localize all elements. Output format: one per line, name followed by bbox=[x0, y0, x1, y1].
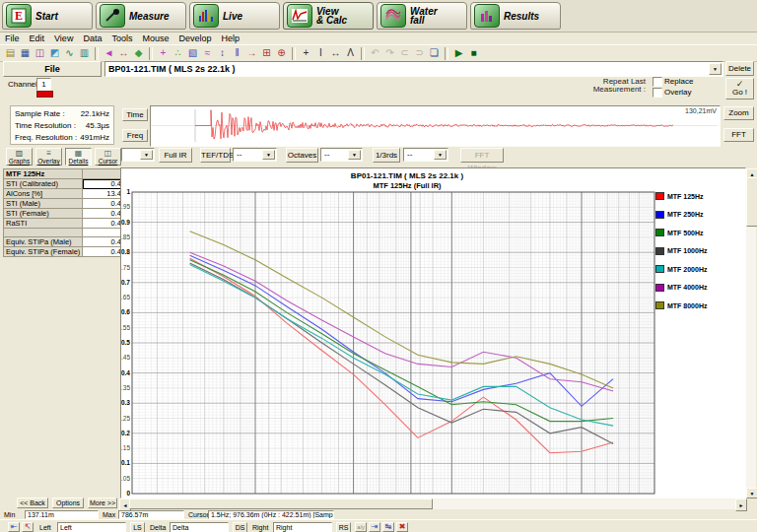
mtf-chart[interactable]: 00.050.10.150.20.250.30.350.40.450.50.55… bbox=[121, 168, 745, 498]
delete-marker-icon[interactable]: ✖ bbox=[396, 522, 408, 532]
octaves-combobox[interactable]: -- ▼ bbox=[320, 148, 363, 162]
goto-peak-icon[interactable]: ↸ bbox=[22, 522, 34, 532]
octaves-button[interactable]: Octaves bbox=[286, 148, 318, 163]
crosshair-icon[interactable]: + bbox=[156, 46, 171, 60]
scroll-right-icon[interactable]: ► bbox=[735, 499, 747, 511]
app-tab-bar: EStartMeasureLiveView& CalcWaterfallResu… bbox=[0, 0, 757, 33]
marker-left-icon[interactable]: ◄ bbox=[102, 46, 116, 60]
delete-button[interactable]: Delete bbox=[725, 61, 754, 76]
vertical-markers-icon[interactable]: ↕ bbox=[215, 46, 230, 60]
delta-marker-input[interactable]: Delta bbox=[170, 522, 229, 532]
svg-text:0.35: 0.35 bbox=[121, 384, 130, 391]
copy-graph-icon[interactable]: ◫ bbox=[33, 46, 47, 60]
time-button[interactable]: Time bbox=[122, 108, 148, 121]
tab-viewcalc[interactable]: View& Calc bbox=[283, 2, 374, 30]
thirds-combo-arrow-icon[interactable]: ▼ bbox=[434, 150, 447, 160]
octaves-combo-arrow-icon[interactable]: ▼ bbox=[348, 150, 361, 160]
go-button[interactable]: ✓ Go ! bbox=[725, 78, 754, 100]
stop-icon[interactable]: ■ bbox=[466, 46, 481, 60]
menu-file[interactable]: File bbox=[0, 33, 25, 43]
tef-tds-button[interactable]: TEF/TDS bbox=[200, 148, 231, 163]
file-button[interactable]: File bbox=[3, 61, 102, 77]
scroll-down-icon[interactable]: ▼ bbox=[746, 488, 757, 499]
ds-button[interactable]: DS bbox=[233, 522, 247, 532]
menu-view[interactable]: View bbox=[49, 33, 78, 43]
tab-results[interactable]: Results bbox=[470, 2, 561, 30]
play-icon[interactable]: ▶ bbox=[451, 46, 466, 60]
autoscale-icon[interactable]: a/y bbox=[355, 522, 367, 532]
target-icon[interactable]: ⊕ bbox=[274, 46, 289, 60]
thirds-button[interactable]: 1/3rds bbox=[373, 148, 400, 163]
save-icon[interactable]: ▦ bbox=[18, 46, 33, 60]
menu-edit[interactable]: Edit bbox=[25, 33, 50, 43]
view-tab-overlay[interactable]: ≡Overlay bbox=[35, 148, 62, 166]
view-tab-cursor[interactable]: ◫Cursor bbox=[95, 148, 121, 166]
replace-label: Replace bbox=[664, 77, 693, 86]
svg-text:0.3: 0.3 bbox=[121, 399, 130, 406]
waveform-panel[interactable]: 130,21mV bbox=[150, 105, 721, 147]
options-button[interactable]: Options bbox=[52, 498, 84, 508]
file-combo-arrow-icon[interactable]: ▼ bbox=[709, 63, 722, 75]
view-tab-details[interactable]: ▦Details bbox=[65, 148, 92, 166]
tef-combo-arrow-icon[interactable]: ▼ bbox=[262, 150, 275, 160]
goto-end-icon[interactable]: ⇥ bbox=[369, 522, 380, 532]
smooth-icon[interactable]: ≈ bbox=[200, 46, 215, 60]
menu-help[interactable]: Help bbox=[216, 33, 244, 43]
domain-combo-arrow-icon[interactable]: ▼ bbox=[140, 150, 153, 160]
next-trace-icon[interactable]: → bbox=[244, 46, 259, 60]
legend-entry: MTF 8000Hz bbox=[655, 301, 707, 309]
svg-text:2.4: 2.4 bbox=[375, 497, 383, 498]
view-tab-graphs[interactable]: ▨Graphs bbox=[6, 148, 33, 166]
menu-tools[interactable]: Tools bbox=[106, 33, 137, 43]
span-icon[interactable]: ↹ bbox=[382, 522, 394, 532]
vertical-scroll-thumb[interactable] bbox=[746, 177, 757, 227]
cursor-beam-icon[interactable]: I bbox=[313, 46, 328, 60]
marker-pair-icon[interactable]: ↔ bbox=[116, 46, 131, 60]
signal-icon[interactable]: ∿ bbox=[62, 46, 77, 60]
vertical-scrollbar[interactable]: ▲ ▼ bbox=[746, 168, 756, 499]
open-file-icon[interactable]: ▤ bbox=[3, 46, 18, 60]
curve-icon[interactable]: Λ bbox=[343, 46, 358, 60]
thirds-combobox[interactable]: -- ▼ bbox=[403, 148, 448, 162]
goto-start-icon[interactable]: ⇤ bbox=[8, 522, 20, 532]
tab-start[interactable]: EStart bbox=[2, 2, 93, 30]
channel-number[interactable]: 1 bbox=[36, 78, 51, 91]
replace-checkbox[interactable] bbox=[653, 77, 662, 87]
channel-color-swatch[interactable] bbox=[36, 91, 53, 98]
svg-text:14: 14 bbox=[626, 497, 634, 498]
tab-measure[interactable]: Measure bbox=[96, 2, 186, 30]
marker-right-icon[interactable]: ◆ bbox=[131, 46, 146, 60]
overlay-checkbox[interactable] bbox=[653, 88, 662, 98]
select-points-icon[interactable]: ∴ bbox=[171, 46, 185, 60]
grid-icon[interactable]: ⊞ bbox=[259, 46, 274, 60]
tab-live[interactable]: Live bbox=[189, 2, 280, 30]
move-icon[interactable]: + bbox=[299, 46, 313, 60]
stretch-icon[interactable]: ↔ bbox=[328, 46, 343, 60]
zoom-button[interactable]: Zoom bbox=[723, 106, 754, 120]
tef-combobox[interactable]: -- ▼ bbox=[233, 148, 277, 162]
right-marker-input[interactable]: Right bbox=[273, 522, 332, 532]
left-marker-input[interactable]: Left bbox=[57, 522, 126, 532]
paste-graph-icon[interactable]: ◩ bbox=[47, 46, 62, 60]
tab-waterfall[interactable]: Waterfall bbox=[377, 2, 467, 30]
menu-mouse[interactable]: Mouse bbox=[137, 33, 173, 43]
columns-icon[interactable]: ‖ bbox=[230, 46, 244, 60]
full-ir-button[interactable]: Full IR bbox=[159, 148, 192, 163]
svg-text:1.1: 1.1 bbox=[264, 497, 273, 498]
rs-button[interactable]: RS bbox=[336, 522, 351, 532]
domain-combobox[interactable]: ▼ bbox=[121, 148, 155, 162]
repeat-last-label: Repeat LastMeasurement : bbox=[577, 78, 646, 94]
zoom-box-icon[interactable]: ▧ bbox=[185, 46, 200, 60]
fft-button[interactable]: FFT bbox=[723, 128, 754, 142]
freq-button[interactable]: Freq bbox=[122, 129, 148, 142]
horizontal-scroll-thumb[interactable] bbox=[129, 499, 433, 509]
ls-button[interactable]: LS bbox=[130, 522, 145, 532]
copy-data-icon[interactable]: ❏ bbox=[427, 46, 442, 60]
back-button[interactable]: << Back bbox=[17, 498, 48, 508]
horizontal-scrollbar[interactable] bbox=[129, 499, 735, 509]
clipboard-icon[interactable]: ▥ bbox=[77, 46, 92, 60]
more-button[interactable]: More >> bbox=[88, 498, 117, 508]
file-combobox[interactable]: BP01-121.TIM ( MLS 2s 22.1k ) ▼ bbox=[104, 61, 723, 77]
menu-develop[interactable]: Develop bbox=[173, 33, 216, 43]
menu-data[interactable]: Data bbox=[78, 33, 106, 43]
